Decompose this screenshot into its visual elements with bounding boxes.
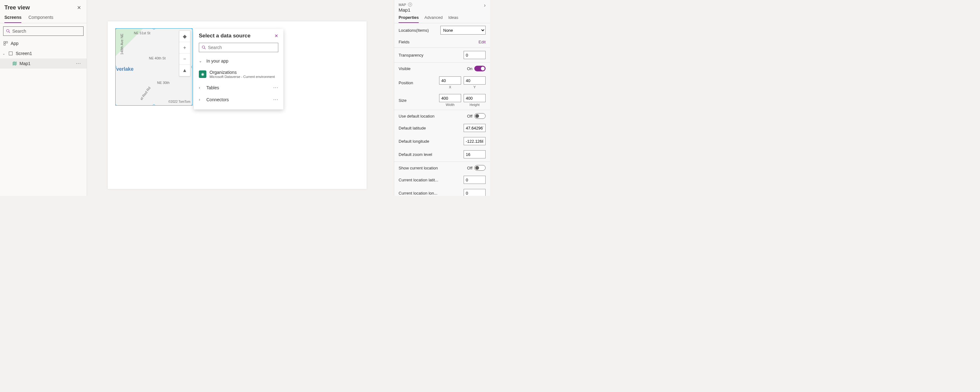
prop-y-input[interactable] — [464, 76, 485, 84]
prop-fields-label: Fields — [399, 40, 410, 44]
map-compass-button[interactable]: ◆ — [179, 31, 190, 42]
more-icon[interactable]: ··· — [273, 85, 278, 91]
tab-properties[interactable]: Properties — [399, 15, 419, 23]
chevron-right-icon: › — [199, 97, 203, 102]
map-zoom-out-button[interactable]: − — [179, 53, 190, 65]
tree-item-app[interactable]: App — [0, 38, 87, 48]
prop-def-lon-input[interactable] — [464, 137, 485, 145]
edit-fields-link[interactable]: Edit — [479, 40, 485, 44]
svg-line-7 — [204, 48, 206, 49]
prop-visible-label: Visible — [399, 66, 410, 71]
ds-title: Select a data source — [199, 33, 250, 39]
prop-show-cur-loc-label: Show current location — [399, 166, 438, 171]
tab-screens[interactable]: Screens — [5, 15, 21, 23]
dataverse-icon: ◉ — [199, 70, 206, 78]
prop-x-input[interactable] — [439, 76, 461, 84]
close-tree-icon[interactable]: ✕ — [77, 5, 81, 11]
prop-def-lat-input[interactable] — [464, 124, 485, 132]
prop-def-lat-label: Default latitude — [399, 126, 426, 131]
tree-view-panel: Tree view ✕ Screens Components App ⌄ Scr… — [0, 0, 87, 196]
prop-cur-lon-label: Current location lon... — [399, 191, 438, 196]
ds-search-input[interactable] — [208, 45, 275, 50]
ds-label: In your app — [206, 59, 278, 64]
map-label-30th: NE 30th — [157, 81, 170, 84]
prop-def-zoom-input[interactable] — [464, 150, 485, 158]
more-icon[interactable]: ··· — [76, 61, 81, 66]
control-name: Map1 — [399, 7, 412, 13]
map-pitch-button[interactable]: ▲ — [179, 65, 190, 76]
search-icon — [202, 45, 206, 50]
tree-item-screen1[interactable]: ⌄ Screen1 — [0, 48, 87, 59]
app-icon — [3, 41, 9, 46]
ds-section-connectors[interactable]: › Connectors ··· — [194, 94, 283, 106]
visible-state: On — [467, 66, 473, 71]
prop-locations-select[interactable]: None — [441, 26, 485, 35]
svg-rect-4 — [4, 44, 5, 45]
tree-tabs: Screens Components — [0, 13, 87, 23]
tree-view-title: Tree view — [5, 5, 30, 11]
screen-icon — [8, 51, 14, 55]
ds-org-title: Organizations — [210, 70, 275, 75]
map-label-51st: NE 51st St — [134, 31, 150, 35]
resize-handle[interactable] — [191, 66, 192, 68]
prop-use-default-loc-toggle[interactable] — [474, 113, 485, 119]
svg-rect-3 — [6, 41, 8, 43]
control-type: MAP ? — [399, 3, 412, 6]
prop-visible-toggle[interactable] — [474, 66, 485, 71]
ds-org-sub: Microsoft Dataverse - Current environmen… — [210, 75, 275, 78]
prop-transparency-input[interactable] — [464, 51, 485, 59]
prop-height-input[interactable] — [464, 94, 485, 102]
use-default-state: Off — [467, 114, 473, 118]
svg-rect-2 — [4, 41, 5, 43]
resize-handle[interactable] — [115, 104, 116, 106]
chevron-right-icon: › — [199, 86, 203, 90]
prop-transparency-label: Transparency — [399, 53, 423, 57]
map-control[interactable]: NE 51st St NE 40th St NE 30th 148th Ave … — [115, 28, 192, 106]
data-source-popup: Select a data source ✕ ⌄ In your app ◉ O… — [194, 29, 283, 109]
tree-item-label: Map1 — [19, 61, 30, 66]
map-zoom-in-button[interactable]: + — [179, 42, 190, 53]
ds-label: Tables — [206, 85, 273, 90]
search-icon — [6, 29, 10, 33]
more-icon[interactable]: ··· — [273, 97, 278, 102]
resize-handle[interactable] — [153, 104, 155, 106]
resize-handle[interactable] — [115, 28, 116, 30]
canvas-area: NE 51st St NE 40th St NE 30th 148th Ave … — [87, 0, 394, 196]
resize-handle[interactable] — [153, 28, 155, 30]
ds-search-box[interactable] — [199, 43, 278, 52]
tab-components[interactable]: Components — [28, 15, 53, 23]
expand-panel-icon[interactable]: › — [484, 3, 485, 8]
props-tabs: Properties Advanced Ideas — [394, 14, 490, 23]
close-ds-icon[interactable]: ✕ — [275, 33, 278, 38]
prop-locations-label: Locations(Items) — [399, 28, 429, 33]
prop-width-input[interactable] — [439, 94, 461, 102]
tree-search-box[interactable] — [3, 26, 84, 36]
prop-cur-lat-label: Current location latit... — [399, 178, 438, 182]
chevron-down-icon: ⌄ — [199, 59, 203, 63]
resize-handle[interactable] — [191, 28, 192, 30]
map-copyright: ©2022 TomTom — [169, 100, 190, 104]
map-zoom-controls: ◆ + − ▲ — [179, 30, 190, 76]
tree-search-input[interactable] — [12, 29, 81, 33]
ds-item-organizations[interactable]: ◉ Organizations Microsoft Dataverse - Cu… — [194, 67, 283, 82]
properties-panel: MAP ? Map1 › Properties Advanced Ideas L… — [394, 0, 490, 196]
svg-line-1 — [9, 32, 10, 33]
ds-section-in-your-app[interactable]: ⌄ In your app — [194, 55, 283, 67]
ds-label: Connectors — [206, 97, 273, 102]
map-label-40th: NE 40th St — [149, 56, 165, 60]
tab-ideas[interactable]: Ideas — [448, 15, 458, 23]
prop-cur-lat-input[interactable] — [464, 176, 485, 184]
svg-point-0 — [6, 30, 9, 32]
ds-section-tables[interactable]: › Tables ··· — [194, 82, 283, 94]
tab-advanced[interactable]: Advanced — [424, 15, 442, 23]
help-icon[interactable]: ? — [408, 3, 412, 6]
tree-item-map1[interactable]: Map1 ··· — [0, 59, 87, 69]
prop-cur-lon-input[interactable] — [464, 189, 485, 196]
tree-item-label: App — [11, 41, 19, 46]
map-icon — [11, 61, 18, 66]
prop-show-cur-loc-toggle[interactable] — [474, 165, 485, 171]
chevron-down-icon[interactable]: ⌄ — [3, 52, 6, 55]
map-label-belred: el Red Rd — [140, 86, 151, 101]
map-label-148: 148th Ave NE — [120, 33, 124, 55]
resize-handle[interactable] — [191, 104, 192, 106]
